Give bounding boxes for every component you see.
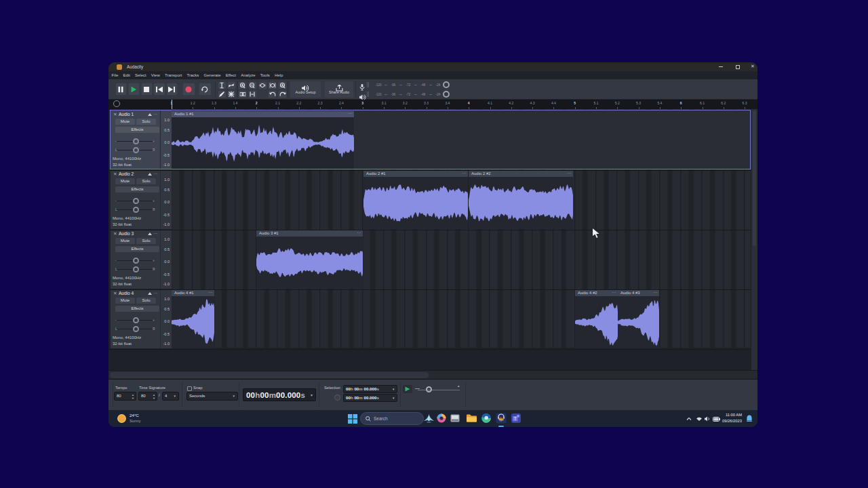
svg-text:T: T [514,416,517,421]
